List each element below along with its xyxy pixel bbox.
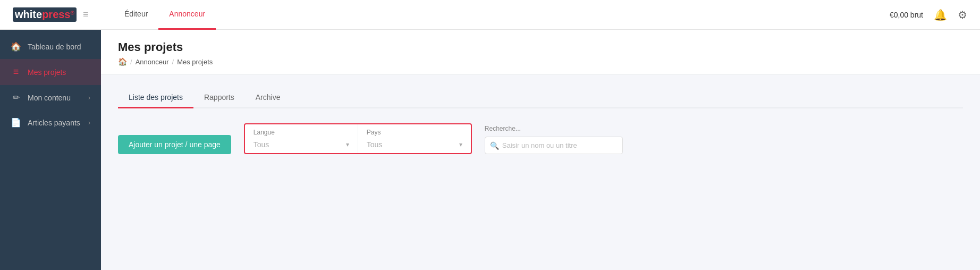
document-icon: 📄 (11, 117, 21, 128)
filter-pays-label: Pays (367, 129, 462, 136)
search-group: Recherche... 🔍 (485, 125, 623, 154)
filters-row: Ajouter un projet / une page Langue Tous… (118, 123, 963, 154)
sidebar-item-label: Articles payants (28, 119, 80, 127)
search-label: Recherche... (485, 125, 623, 132)
breadcrumb-current: Mes projets (177, 58, 213, 66)
sidebar-item-mon-contenu[interactable]: ✏ Mon contenu › (0, 85, 101, 110)
sidebar-item-articles-payants[interactable]: 📄 Articles payants › (0, 110, 101, 135)
top-nav-logo-area: whitepress® ≡ (13, 7, 114, 22)
breadcrumb: 🏠 / Annonceur / Mes projets (118, 57, 963, 66)
breadcrumb-parent[interactable]: Annonceur (136, 58, 169, 66)
tab-rapports[interactable]: Rapports (193, 88, 245, 108)
sidebar-item-label: Mon contenu (28, 94, 71, 102)
breadcrumb-sep2: / (172, 58, 174, 66)
filter-langue-select[interactable]: Tous ▾ (254, 140, 349, 149)
tab-liste-projets[interactable]: Liste des projets (118, 88, 193, 108)
sidebar-item-label: Mes projets (28, 68, 66, 77)
chevron-right-icon: › (88, 119, 90, 126)
search-input[interactable] (485, 137, 623, 154)
logo: whitepress® (13, 7, 77, 22)
chevron-down-icon: ▾ (346, 141, 349, 148)
search-input-wrap: 🔍 (485, 137, 623, 154)
balance-display: €0,00 brut (890, 11, 923, 19)
filter-pays-value: Tous (367, 140, 383, 149)
chevron-down-icon: ▾ (459, 141, 462, 148)
logo-reg: ® (71, 10, 74, 16)
list-icon: ≡ (11, 66, 21, 78)
top-nav-links: Éditeur Annonceur (114, 0, 890, 30)
filter-langue: Langue Tous ▾ (245, 124, 358, 153)
add-project-button[interactable]: Ajouter un projet / une page (118, 135, 231, 154)
page-title: Mes projets (118, 40, 963, 54)
nav-annonceur[interactable]: Annonceur (158, 0, 216, 30)
home-icon: 🏠 (11, 41, 21, 52)
filter-langue-value: Tous (254, 140, 269, 149)
content-area: Liste des projets Rapports Archive Ajout… (101, 75, 980, 167)
search-icon: 🔍 (490, 141, 499, 150)
logo-press: press (42, 9, 70, 20)
top-nav: whitepress® ≡ Éditeur Annonceur €0,00 br… (0, 0, 980, 30)
breadcrumb-home-icon: 🏠 (118, 57, 127, 66)
tabs-bar: Liste des projets Rapports Archive (118, 88, 963, 108)
nav-editeur[interactable]: Éditeur (114, 0, 158, 30)
edit-icon: ✏ (11, 92, 21, 103)
notification-button[interactable]: 🔔 (934, 9, 947, 21)
filter-pays-select[interactable]: Tous ▾ (367, 140, 462, 149)
sidebar-item-label: Tableau de bord (28, 43, 81, 51)
settings-button[interactable]: ⚙ (958, 9, 967, 21)
breadcrumb-sep1: / (130, 58, 132, 66)
chevron-right-icon: › (88, 94, 90, 102)
filter-pays: Pays Tous ▾ (358, 124, 471, 153)
tab-archive[interactable]: Archive (245, 88, 291, 108)
top-nav-right: €0,00 brut 🔔 ⚙ (890, 9, 967, 21)
sidebar-item-tableau-de-bord[interactable]: 🏠 Tableau de bord (0, 34, 101, 59)
page-header: Mes projets 🏠 / Annonceur / Mes projets (101, 30, 980, 75)
filter-group: Langue Tous ▾ Pays Tous ▾ (244, 123, 472, 154)
sidebar: 🏠 Tableau de bord ≡ Mes projets ✏ Mon co… (0, 30, 101, 270)
filter-langue-label: Langue (254, 129, 349, 136)
sidebar-item-mes-projets[interactable]: ≡ Mes projets (0, 59, 101, 85)
hamburger-icon[interactable]: ≡ (83, 9, 89, 20)
main-content: Mes projets 🏠 / Annonceur / Mes projets … (101, 30, 980, 270)
logo-white: white (15, 9, 42, 20)
